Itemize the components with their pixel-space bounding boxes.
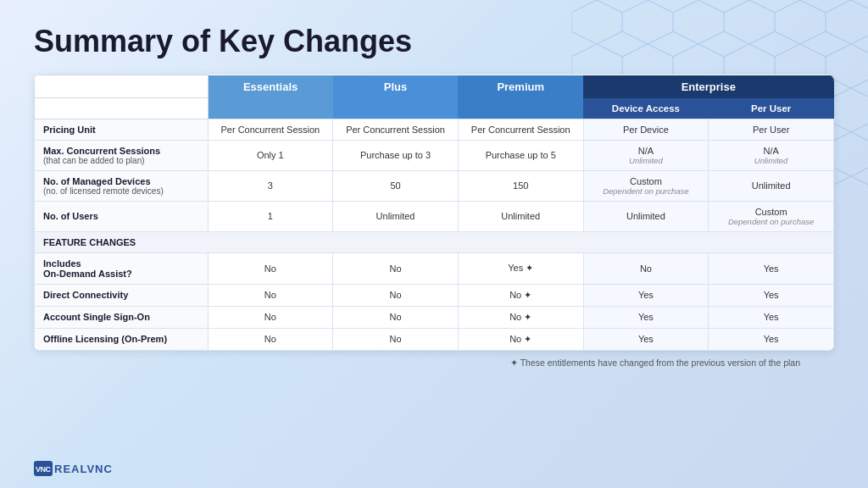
offline-licensing-plus: No xyxy=(333,328,459,350)
main-container: Summary of Key Changes Essentials Plus P… xyxy=(0,0,868,390)
pricing-per-user: Per User xyxy=(709,119,834,140)
sso-device-access: Yes xyxy=(583,306,709,328)
pricing-plus: Per Concurrent Session xyxy=(333,119,459,140)
footnote: ✦ These entitlements have changed from t… xyxy=(34,351,834,373)
col-plus-header: Plus xyxy=(333,75,459,98)
on-demand-essentials: No xyxy=(208,252,333,284)
page-title: Summary of Key Changes xyxy=(34,24,834,59)
on-demand-device-access: No xyxy=(583,252,709,284)
on-demand-premium: Yes ✦ xyxy=(458,252,583,284)
col-device-access-header: Device Access xyxy=(583,98,709,119)
realvnc-logo-icon: VNC xyxy=(34,461,53,476)
offline-licensing-premium: No ✦ xyxy=(458,328,583,350)
on-demand-label: IncludesOn-Demand Assist? xyxy=(35,252,209,284)
table-row-offline-licensing: Offline Licensing (On-Prem) No No No ✦ Y… xyxy=(35,328,834,350)
pricing-essentials: Per Concurrent Session xyxy=(208,119,333,140)
users-per-user: CustomDependent on purchase xyxy=(709,201,834,231)
direct-connectivity-label: Direct Connectivity xyxy=(35,284,209,306)
sso-essentials: No xyxy=(208,306,333,328)
summary-table: Essentials Plus Premium Enterprise Devic… xyxy=(34,75,834,351)
managed-devices-device-access: CustomDependent on purchase xyxy=(583,170,709,201)
pricing-device-access: Per Device xyxy=(583,119,709,140)
sso-premium: No ✦ xyxy=(458,306,583,328)
pricing-premium: Per Concurrent Session xyxy=(458,119,583,140)
table-body: Pricing Unit Per Concurrent Session Per … xyxy=(35,119,834,350)
offline-licensing-device-access: Yes xyxy=(583,328,709,350)
users-essentials: 1 xyxy=(208,201,333,231)
max-sessions-premium: Purchase up to 5 xyxy=(458,140,583,170)
users-label: No. of Users xyxy=(35,201,209,231)
table-header-row-2: Device Access Per User xyxy=(35,98,834,119)
managed-devices-per-user: Unlimited xyxy=(709,170,834,201)
table-row-direct-connectivity: Direct Connectivity No No No ✦ Yes Yes xyxy=(35,284,834,306)
feature-changes-label: FEATURE CHANGES xyxy=(35,231,834,252)
col-enterprise-header: Enterprise xyxy=(583,75,833,98)
managed-devices-label: No. of Managed Devices (no. of licensed … xyxy=(35,170,209,201)
col-per-user-header: Per User xyxy=(709,98,834,119)
sso-per-user: Yes xyxy=(709,306,834,328)
offline-licensing-label: Offline Licensing (On-Prem) xyxy=(35,328,209,350)
logo-text: REALVNC xyxy=(54,463,113,475)
max-sessions-essentials: Only 1 xyxy=(208,140,333,170)
direct-connectivity-plus: No xyxy=(333,284,459,306)
table-row-sso: Account Single Sign-On No No No ✦ Yes Ye… xyxy=(35,306,834,328)
max-sessions-per-user: N/AUnlimited xyxy=(709,140,834,170)
offline-licensing-essentials: No xyxy=(208,328,333,350)
direct-connectivity-per-user: Yes xyxy=(709,284,834,306)
col-essentials-header: Essentials xyxy=(208,75,333,98)
max-sessions-device-access: N/AUnlimited xyxy=(583,140,709,170)
sso-plus: No xyxy=(333,306,459,328)
svg-text:VNC: VNC xyxy=(36,465,52,474)
max-sessions-plus: Purchase up to 3 xyxy=(333,140,459,170)
logo: VNC REALVNC xyxy=(34,461,113,476)
table-row-pricing-unit: Pricing Unit Per Concurrent Session Per … xyxy=(35,119,834,140)
users-premium: Unlimited xyxy=(458,201,583,231)
direct-connectivity-device-access: Yes xyxy=(583,284,709,306)
users-device-access: Unlimited xyxy=(583,201,709,231)
direct-connectivity-essentials: No xyxy=(208,284,333,306)
col-premium-header: Premium xyxy=(458,75,583,98)
footnote-text: ✦ These entitlements have changed from t… xyxy=(510,358,800,368)
on-demand-plus: No xyxy=(333,252,459,284)
users-plus: Unlimited xyxy=(333,201,459,231)
col-label-header xyxy=(35,75,209,98)
managed-devices-essentials: 3 xyxy=(208,170,333,201)
managed-devices-plus: 50 xyxy=(333,170,459,201)
pricing-unit-label: Pricing Unit xyxy=(35,119,209,140)
on-demand-per-user: Yes xyxy=(709,252,834,284)
direct-connectivity-premium: No ✦ xyxy=(458,284,583,306)
table-row-on-demand: IncludesOn-Demand Assist? No No Yes ✦ No… xyxy=(35,252,834,284)
max-sessions-label: Max. Concurrent Sessions (that can be ad… xyxy=(35,140,209,170)
offline-licensing-per-user: Yes xyxy=(709,328,834,350)
col-label-sub-header xyxy=(35,98,209,119)
col-plus-sub-header xyxy=(333,98,459,119)
sso-label: Account Single Sign-On xyxy=(35,306,209,328)
feature-changes-header-row: FEATURE CHANGES xyxy=(35,231,834,252)
table-row-users: No. of Users 1 Unlimited Unlimited Unlim… xyxy=(35,201,834,231)
managed-devices-premium: 150 xyxy=(458,170,583,201)
col-ess-sub-header xyxy=(208,98,333,119)
table-header-row-1: Essentials Plus Premium Enterprise xyxy=(35,75,834,98)
table-row-max-sessions: Max. Concurrent Sessions (that can be ad… xyxy=(35,140,834,170)
summary-table-wrapper: Essentials Plus Premium Enterprise Devic… xyxy=(34,75,834,351)
col-prem-sub-header xyxy=(458,98,583,119)
table-row-managed-devices: No. of Managed Devices (no. of licensed … xyxy=(35,170,834,201)
